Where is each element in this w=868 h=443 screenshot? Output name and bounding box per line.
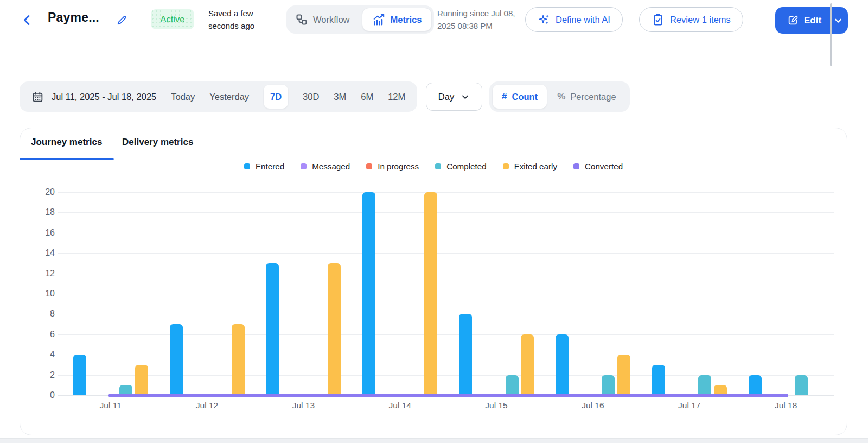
page: Payme... Active Saved a few seconds ago … <box>0 0 868 443</box>
mode-count-label: Count <box>512 92 538 102</box>
metrics-chart-icon <box>372 13 386 27</box>
rename-button[interactable] <box>116 15 127 26</box>
define-with-ai-button[interactable]: Define with AI <box>525 7 623 32</box>
mode-percentage-button[interactable]: % Percentage <box>547 91 627 102</box>
define-with-ai-label: Define with AI <box>556 15 610 25</box>
mode-percentage-label: Percentage <box>570 92 616 102</box>
y-axis-label-10: 10 <box>20 289 55 299</box>
gridline-y-10 <box>58 294 834 294</box>
y-axis-label-6: 6 <box>20 330 55 339</box>
bar-entered-jul-18[interactable] <box>749 375 762 395</box>
x-axis-label-jul-13: Jul 13 <box>273 401 333 410</box>
mode-count-button[interactable]: # Count <box>493 85 547 109</box>
review-items-button[interactable]: Review 1 items <box>639 7 743 32</box>
bar-exited-early-jul-12[interactable] <box>232 324 245 395</box>
x-axis-label-jul-11: Jul 11 <box>81 401 141 410</box>
chevron-left-icon <box>21 14 34 27</box>
header: Payme... Active Saved a few seconds ago … <box>0 0 868 56</box>
bar-entered-jul-15[interactable] <box>459 314 472 395</box>
running-since-text: Running since Jul 08, 2025 08:38 PM <box>437 7 534 33</box>
calendar-icon <box>31 91 44 103</box>
toggle-workflow-label: Workflow <box>313 15 350 25</box>
date-range-label: Jul 11, 2025 - Jul 18, 2025 <box>52 92 156 102</box>
bar-entered-jul-17[interactable] <box>652 365 665 395</box>
bar-exited-early-jul-11[interactable] <box>135 365 148 395</box>
clipboard-check-icon <box>652 13 665 26</box>
x-axis-label-jul-14: Jul 14 <box>370 401 430 410</box>
chart-plot: 02468101214161820Jul 11Jul 12Jul 13Jul 1… <box>20 128 848 436</box>
edit-button[interactable]: Edit <box>775 15 829 26</box>
saved-status-text: Saved a few seconds ago <box>208 7 269 33</box>
y-axis-label-20: 20 <box>20 187 55 197</box>
x-axis-label-jul-15: Jul 15 <box>467 401 526 410</box>
bar-entered-jul-13[interactable] <box>266 263 279 395</box>
bar-entered-jul-16[interactable] <box>556 334 569 395</box>
bar-entered-jul-11[interactable] <box>73 355 86 395</box>
y-axis-label-0: 0 <box>20 390 55 400</box>
bar-entered-jul-14[interactable] <box>362 192 375 395</box>
gridline-y-12 <box>58 274 834 274</box>
y-axis-label-8: 8 <box>20 309 55 319</box>
bar-completed-jul-18[interactable] <box>795 375 808 395</box>
x-axis-label-jul-12: Jul 12 <box>177 401 237 410</box>
header-divider <box>0 56 868 56</box>
y-axis-label-14: 14 <box>20 248 55 258</box>
edit-split-button[interactable]: Edit <box>775 7 848 34</box>
edit-square-icon <box>787 15 799 26</box>
granularity-label: Day <box>438 92 454 102</box>
y-axis-label-18: 18 <box>20 207 55 217</box>
gridline-y-16 <box>58 233 834 233</box>
back-button[interactable] <box>21 14 34 27</box>
workflow-icon <box>295 13 308 26</box>
granularity-dropdown[interactable]: Day <box>426 83 482 111</box>
toggle-workflow[interactable]: Workflow <box>295 13 360 26</box>
sparkles-icon <box>538 14 550 26</box>
chevron-down-icon <box>833 16 843 26</box>
edit-button-label: Edit <box>804 15 821 26</box>
preset-7d[interactable]: 7D <box>264 85 288 109</box>
count-percentage-toggle: # Count % Percentage <box>489 81 630 112</box>
x-axis-label-jul-16: Jul 16 <box>563 401 623 410</box>
hash-icon: # <box>502 91 507 102</box>
bar-completed-jul-16[interactable] <box>602 375 615 395</box>
date-filter-bar: Jul 11, 2025 - Jul 18, 2025 Today Yester… <box>20 81 417 112</box>
bar-exited-early-jul-15[interactable] <box>521 334 534 395</box>
bottom-section-edge <box>0 438 868 443</box>
y-axis-label-12: 12 <box>20 269 55 279</box>
preset-3m[interactable]: 3M <box>334 92 346 102</box>
preset-today[interactable]: Today <box>171 92 195 102</box>
gridline-y-20 <box>58 192 834 193</box>
gridline-y-18 <box>58 212 834 213</box>
bar-entered-jul-12[interactable] <box>170 324 183 395</box>
percent-icon: % <box>557 91 565 102</box>
metrics-card: Journey metrics Delivery metrics Entered… <box>20 128 847 435</box>
toggle-metrics[interactable]: Metrics <box>362 8 432 31</box>
bar-completed-jul-17[interactable] <box>698 375 711 395</box>
preset-yesterday[interactable]: Yesterday <box>209 92 249 102</box>
pencil-icon <box>116 15 127 26</box>
y-axis-label-4: 4 <box>20 350 55 359</box>
x-axis-label-jul-18: Jul 18 <box>756 401 816 410</box>
gridline-y-8 <box>58 314 834 314</box>
view-toggle: Workflow Metrics <box>286 5 434 34</box>
bar-exited-early-jul-16[interactable] <box>617 355 630 395</box>
x-axis-label-jul-17: Jul 17 <box>660 401 719 410</box>
preset-12m[interactable]: 12M <box>388 92 405 102</box>
line-converted[interactable] <box>108 394 788 397</box>
review-items-label: Review 1 items <box>670 15 731 25</box>
toggle-metrics-label: Metrics <box>391 15 422 25</box>
y-axis-label-16: 16 <box>20 228 55 238</box>
status-badge: Active <box>151 9 194 29</box>
bar-exited-early-jul-14[interactable] <box>424 192 437 395</box>
preset-30d[interactable]: 30D <box>303 92 319 102</box>
bar-completed-jul-15[interactable] <box>506 375 519 395</box>
gridline-y-14 <box>58 253 834 254</box>
bar-exited-early-jul-13[interactable] <box>328 263 341 395</box>
page-scrollbar[interactable] <box>830 3 832 66</box>
page-title: Payme... <box>48 10 99 25</box>
date-range-picker[interactable]: Jul 11, 2025 - Jul 18, 2025 <box>31 91 156 103</box>
y-axis-label-2: 2 <box>20 370 55 380</box>
preset-6m[interactable]: 6M <box>361 92 373 102</box>
chevron-down-icon <box>461 92 470 102</box>
